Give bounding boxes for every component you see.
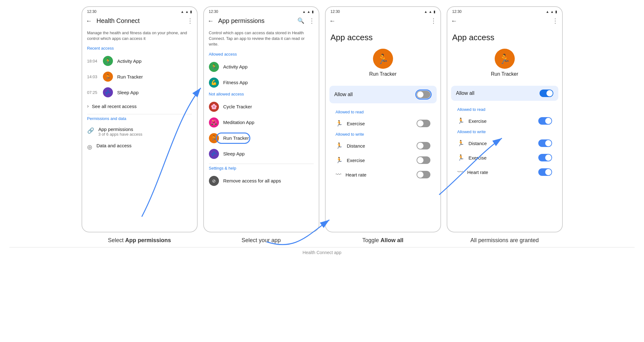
distance-write-toggle-3[interactable]: [417, 142, 430, 149]
heart-write-toggle-3[interactable]: [417, 171, 430, 178]
perm-write-heart-4[interactable]: 〰 Heart rate: [452, 165, 557, 179]
back-arrow-4[interactable]: ←: [451, 17, 457, 24]
divider-1: [87, 114, 192, 114]
wifi-icon-4: ▲: [546, 10, 549, 14]
phone-frame-3: 12:30 ▲ ▲ ▮ ← ⋮ App access 🏃 Run Tracker…: [325, 6, 441, 232]
perm-title-1: Data and access: [97, 143, 192, 148]
perm-write-exercise-3[interactable]: 🏃 Exercise: [331, 153, 435, 167]
app-icon-meditation: 🌺: [209, 117, 219, 128]
time-2: 07:25: [87, 90, 98, 95]
perm-write-distance-4[interactable]: 🏃 Distance: [452, 136, 557, 150]
phone-frame-4: 12:30 ▲ ▲ ▮ ← ⋮ App access 🏃 Run Tracker…: [447, 6, 563, 232]
phone-content-4: Allowed to read 🏃 Exercise Allowed to wr…: [447, 106, 562, 182]
remove-icon: ⊘: [209, 176, 219, 186]
search-icon-2[interactable]: 🔍: [297, 17, 304, 24]
item-label-cycle: Cycle Tracker: [223, 104, 252, 109]
header-title-1: Health Connect: [97, 17, 183, 24]
recent-item-2[interactable]: 07:25 💤 Sleep App: [87, 84, 192, 100]
item-label-run: Run Tracker: [117, 74, 143, 79]
recent-item-1[interactable]: 14:03 🏃 Run Tracker: [87, 69, 192, 84]
item-label-meditation: Meditation App: [223, 120, 254, 125]
back-arrow-2[interactable]: ←: [208, 17, 214, 24]
perm-read-exercise-3[interactable]: 🏃 Exercise: [331, 116, 435, 131]
battery-icon-4: ▮: [555, 10, 557, 14]
signal-icon: ▲: [185, 10, 189, 14]
status-icons-4: ▲ ▲ ▮: [546, 10, 557, 14]
toggle-thumb-ew4: [545, 155, 551, 161]
phone-frame-1: 12:30 ▲ ▲ ▮ ← Health Connect ⋮ Manage th…: [82, 6, 198, 232]
settings-item-0[interactable]: ⊘ Remove access for all apps: [209, 173, 314, 189]
menu-dots-2[interactable]: ⋮: [309, 17, 315, 24]
toggle-thumb-3: [417, 91, 423, 98]
page-title-3: App access: [326, 28, 440, 49]
not-allowed-2[interactable]: 🏃 Run Tracker: [209, 130, 314, 146]
app-icon-run: 🏃: [103, 72, 113, 82]
allowed-item-0[interactable]: 🏃 Activity App: [209, 59, 314, 75]
perm-write-distance-3[interactable]: 🏃 Distance: [331, 138, 435, 153]
distance-write-toggle-4[interactable]: [538, 139, 552, 147]
not-allowed-1[interactable]: 🌺 Meditation App: [209, 115, 314, 130]
menu-dots-3[interactable]: ⋮: [430, 17, 437, 24]
allowed-item-1[interactable]: 💪 Fitness App: [209, 75, 314, 90]
battery-icon: ▮: [190, 10, 192, 14]
allow-all-label-4: Allow all: [456, 90, 540, 96]
exercise-write-icon-3: 🏃: [336, 157, 343, 164]
status-bar-4: 12:30 ▲ ▲ ▮: [447, 7, 562, 15]
menu-dots-4[interactable]: ⋮: [552, 17, 558, 24]
see-all-row[interactable]: › See all recent access: [87, 100, 192, 112]
allow-all-toggle-ring-3[interactable]: [415, 90, 432, 100]
exercise-read-icon-3: 🏃: [336, 120, 343, 127]
phone-2: 12:30 ▲ ▲ ▮ ← App permissions 🔍 ⋮ Contro…: [203, 6, 319, 232]
not-allowed-0[interactable]: 🌸 Cycle Tracker: [209, 99, 314, 115]
caption-1: Select App permissions: [82, 237, 198, 244]
status-icons-2: ▲ ▲ ▮: [302, 10, 314, 14]
link-icon: 🔗: [87, 127, 94, 134]
allowed-read-label-3: Allowed to read: [331, 108, 435, 116]
item-label-remove: Remove access for all apps: [223, 178, 281, 183]
exercise-read-label-3: Exercise: [347, 121, 412, 126]
allow-all-row-4[interactable]: Allow all: [451, 86, 558, 101]
caption-3: Toggle Allow all: [325, 237, 441, 244]
status-bar-2: 12:30 ▲ ▲ ▮: [204, 7, 319, 15]
allow-all-row-3[interactable]: Allow all: [329, 86, 437, 103]
caption-4: All permissions are granted: [447, 237, 563, 244]
perm-item-1[interactable]: ◎ Data and access: [87, 140, 192, 154]
toggle-thumb-4: [546, 90, 553, 96]
app-icon-cycle: 🌸: [209, 102, 219, 112]
status-icons-3: ▲ ▲ ▮: [424, 10, 435, 14]
back-arrow-3[interactable]: ←: [329, 17, 336, 24]
app-name-4: Run Tracker: [452, 71, 557, 77]
toggle-thumb-ew3: [417, 157, 423, 163]
exercise-read-toggle-3[interactable]: [417, 120, 430, 127]
section-not-allowed: Not allowed access: [209, 92, 314, 96]
exercise-write-toggle-3[interactable]: [417, 156, 430, 164]
phone-3: 12:30 ▲ ▲ ▮ ← ⋮ App access 🏃 Run Tracker…: [325, 6, 441, 232]
not-allowed-3[interactable]: 💤 Sleep App: [209, 146, 314, 162]
recent-item-0[interactable]: 18:04 🏃 Activity App: [87, 53, 192, 69]
phone-frame-2: 12:30 ▲ ▲ ▮ ← App permissions 🔍 ⋮ Contro…: [203, 6, 319, 232]
status-time-3: 12:30: [331, 9, 340, 14]
caption-2: Select your app: [203, 237, 319, 244]
exercise-read-toggle-4[interactable]: [538, 117, 552, 125]
divider-2: [209, 164, 314, 164]
app-icon-activity: 🏃: [103, 56, 113, 66]
back-arrow-1[interactable]: ←: [86, 17, 92, 24]
perm-read-exercise-4[interactable]: 🏃 Exercise: [452, 114, 557, 128]
toggle-thumb-dw3: [417, 143, 423, 149]
allow-all-toggle-4[interactable]: [540, 90, 553, 97]
exercise-write-toggle-4[interactable]: [538, 154, 552, 161]
phone-content-2: Control which apps can access data store…: [204, 28, 319, 191]
phone-content-1: Manage the health and fitness data on yo…: [82, 28, 197, 156]
menu-dots-1[interactable]: ⋮: [187, 17, 193, 24]
see-all-label: See all recent access: [92, 104, 137, 109]
perm-item-0[interactable]: 🔗 App permissions 3 of 6 apps have acces…: [87, 123, 192, 140]
perm-write-exercise-4[interactable]: 🏃 Exercise: [452, 150, 557, 165]
item-label-activity-2: Activity App: [223, 64, 248, 69]
status-icons-1: ▲ ▲ ▮: [181, 10, 192, 14]
subtitle-1: Manage the health and fitness data on yo…: [87, 30, 192, 41]
toggle-thumb-hw4: [545, 169, 551, 175]
distance-write-icon-4: 🏃: [457, 140, 464, 147]
heart-write-toggle-4[interactable]: [538, 168, 552, 176]
toggle-off-3[interactable]: [417, 91, 430, 98]
perm-write-heart-3[interactable]: 〰 Heart rate: [331, 167, 435, 182]
